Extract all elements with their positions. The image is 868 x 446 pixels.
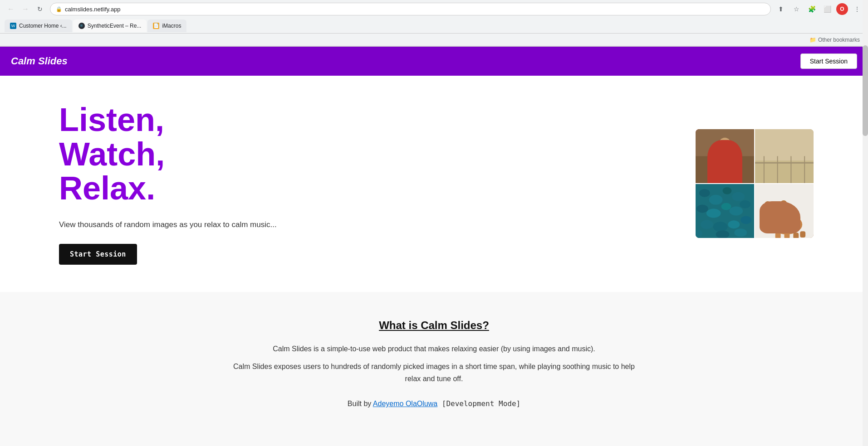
tab-customer-home[interactable]: W Customer Home ‹... <box>5 19 72 32</box>
svg-point-31 <box>771 215 802 235</box>
svg-point-26 <box>740 216 751 224</box>
scrollbar[interactable] <box>863 0 868 446</box>
bookmarks-label: Other bookmarks <box>818 37 860 43</box>
svg-point-20 <box>721 203 731 210</box>
svg-rect-39 <box>785 233 790 238</box>
menu-button[interactable]: ⋮ <box>851 3 863 15</box>
url-text: calmslides.netlify.app <box>65 6 121 13</box>
bookmark-button[interactable]: ☆ <box>790 3 803 15</box>
hero-text: Listen, Watch, Relax. View thousands of … <box>59 103 696 265</box>
svg-point-18 <box>696 205 708 213</box>
app-header: Calm Slides Start Session <box>0 47 868 76</box>
tab-label-customer: Customer Home ‹... <box>19 23 67 29</box>
bookmarks-bar: 📁 Other bookmarks <box>0 34 868 46</box>
svg-point-16 <box>723 187 732 194</box>
hero-section: Listen, Watch, Relax. View thousands of … <box>0 76 868 292</box>
info-section: What is Calm Slides? Calm Slides is a si… <box>0 292 868 436</box>
hero-image-cell-2 <box>755 129 814 183</box>
dev-mode-label: [Development Mode] <box>437 399 520 408</box>
scrollbar-thumb[interactable] <box>863 45 868 136</box>
tabs-bar: W Customer Home ‹... ⚛ SyntheticEvent – … <box>0 18 868 34</box>
svg-rect-41 <box>800 232 805 238</box>
svg-point-23 <box>701 220 713 229</box>
screenshot-button[interactable]: ⬜ <box>821 3 834 15</box>
tab-favicon-customer: W <box>10 23 16 29</box>
svg-point-19 <box>706 209 721 218</box>
browser-chrome: ← → ↻ 🔒 calmslides.netlify.app ⬆ ☆ 🧩 ⬜ O… <box>0 0 868 47</box>
svg-rect-1 <box>696 156 754 184</box>
tab-favicon-imacros: 📄 <box>153 23 159 29</box>
hero-image-cell-1 <box>696 129 754 183</box>
info-desc-1: Calm Slides is a simple-to-use web produ… <box>230 343 638 355</box>
svg-rect-40 <box>793 233 799 238</box>
svg-rect-4 <box>721 170 725 181</box>
svg-point-35 <box>770 210 774 214</box>
tab-imacros[interactable]: 📄 iMacros <box>147 19 186 32</box>
svg-point-17 <box>732 192 745 201</box>
svg-point-21 <box>729 207 743 216</box>
header-start-session-button[interactable]: Start Session <box>800 53 857 69</box>
hero-title-line1: Listen, <box>59 102 164 138</box>
svg-point-29 <box>734 229 747 237</box>
hero-title-line3: Relax. <box>59 170 155 206</box>
app-logo: Calm Slides <box>11 55 68 67</box>
browser-toolbar: ← → ↻ 🔒 calmslides.netlify.app ⬆ ☆ 🧩 ⬜ O… <box>0 0 868 18</box>
info-desc-2: Calm Slides exposes users to hundreds of… <box>230 360 638 385</box>
svg-rect-5 <box>725 170 730 181</box>
svg-point-24 <box>713 222 728 232</box>
svg-rect-30 <box>755 184 814 238</box>
svg-point-32 <box>765 204 785 223</box>
svg-point-22 <box>740 200 750 208</box>
svg-point-36 <box>778 210 781 214</box>
hero-subtitle: View thousands of random images as you r… <box>59 220 696 229</box>
back-button[interactable]: ← <box>5 3 17 15</box>
hero-image-cell-3 <box>696 184 754 238</box>
svg-point-15 <box>709 195 723 205</box>
hero-start-session-button[interactable]: Start Session <box>59 244 137 265</box>
extensions-button[interactable]: 🧩 <box>805 3 818 15</box>
info-footer: Built by Adeyemo OlaOluwa [Development M… <box>9 399 859 408</box>
tab-syntheticevent[interactable]: ⚛ SyntheticEvent – Re... <box>73 19 147 32</box>
tab-label-imacros: iMacros <box>162 23 181 29</box>
svg-rect-38 <box>775 233 781 238</box>
hero-title-line2: Watch, <box>59 136 165 172</box>
tab-label-syntheticevent: SyntheticEvent – Re... <box>88 23 142 29</box>
svg-point-37 <box>774 215 778 218</box>
info-title: What is Calm Slides? <box>9 319 859 332</box>
toolbar-actions: ⬆ ☆ 🧩 ⬜ O ⋮ <box>775 3 863 15</box>
lock-icon: 🔒 <box>56 6 62 12</box>
profile-button[interactable]: O <box>836 3 848 15</box>
other-bookmarks[interactable]: 📁 Other bookmarks <box>806 36 863 44</box>
svg-point-14 <box>699 189 710 197</box>
forward-button[interactable]: → <box>19 3 32 15</box>
author-link[interactable]: Adeyemo OlaOluwa <box>373 400 437 407</box>
hero-image-grid <box>696 129 814 238</box>
tab-favicon-syntheticevent: ⚛ <box>78 23 85 29</box>
hero-image-cell-4 <box>755 184 814 238</box>
share-button[interactable]: ⬆ <box>775 3 787 15</box>
svg-rect-3 <box>717 152 733 175</box>
svg-point-2 <box>719 138 731 152</box>
nav-buttons: ← → ↻ <box>5 3 46 15</box>
bookmarks-folder-icon: 📁 <box>809 37 816 43</box>
reload-button[interactable]: ↻ <box>34 3 46 15</box>
address-bar[interactable]: 🔒 calmslides.netlify.app <box>50 3 771 15</box>
built-by-prefix: Built by <box>348 400 373 407</box>
hero-title: Listen, Watch, Relax. <box>59 103 696 206</box>
svg-point-25 <box>728 221 740 229</box>
